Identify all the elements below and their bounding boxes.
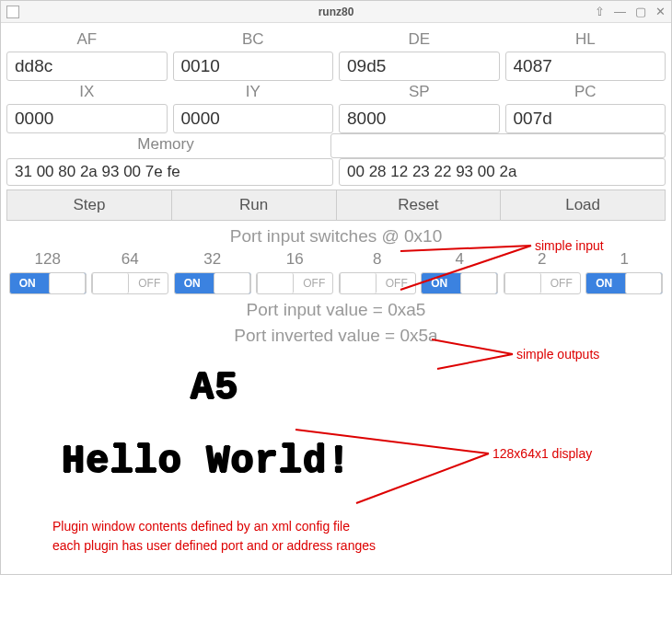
reg-label-de: DE bbox=[339, 29, 500, 52]
minimize-icon[interactable]: — bbox=[614, 5, 626, 18]
reg-input-de[interactable] bbox=[339, 52, 500, 81]
register-row-2: IX IY SP PC bbox=[6, 81, 666, 133]
bit-toggle-2[interactable] bbox=[504, 272, 581, 294]
bit-label-16: 16 bbox=[286, 248, 304, 272]
bit-col-4: 4 bbox=[419, 248, 502, 294]
reg-input-sp[interactable] bbox=[339, 104, 500, 133]
reg-input-pc[interactable] bbox=[505, 104, 666, 133]
pin-icon[interactable]: ⇧ bbox=[595, 5, 605, 18]
bit-toggle-32[interactable] bbox=[174, 272, 251, 294]
window-title: runz80 bbox=[319, 6, 354, 18]
memory-left-input[interactable] bbox=[6, 158, 333, 186]
reg-input-ix[interactable] bbox=[6, 104, 168, 133]
action-buttons: Step Run Reset Load bbox=[6, 189, 666, 221]
display-line1: A5 bbox=[191, 366, 238, 410]
bit-label-32: 32 bbox=[203, 248, 221, 272]
memory-label: Memory bbox=[6, 133, 325, 158]
bit-label-4: 4 bbox=[456, 248, 464, 272]
reg-label-sp: SP bbox=[339, 81, 500, 104]
close-icon[interactable]: ✕ bbox=[655, 5, 666, 18]
step-button[interactable]: Step bbox=[6, 189, 172, 221]
reg-label-hl: HL bbox=[505, 29, 666, 52]
memory-addr-input[interactable] bbox=[330, 133, 666, 158]
reg-input-bc[interactable] bbox=[173, 52, 334, 81]
footnote: Plugin window contents defined by an xml… bbox=[6, 504, 666, 568]
bit-toggle-64[interactable] bbox=[91, 272, 168, 294]
reg-label-iy: IY bbox=[173, 81, 334, 104]
memory-value-row bbox=[6, 158, 666, 186]
run-button[interactable]: Run bbox=[172, 189, 337, 221]
display-line2: Hello World! bbox=[62, 440, 351, 484]
bit-label-1: 1 bbox=[620, 248, 629, 272]
reg-input-hl[interactable] bbox=[505, 52, 666, 81]
maximize-icon[interactable]: ▢ bbox=[635, 5, 646, 18]
annot-display-desc: 128x64x1 display bbox=[492, 446, 592, 461]
reg-label-ix: IX bbox=[6, 81, 168, 104]
bit-label-8: 8 bbox=[373, 248, 381, 272]
bit-toggle-1[interactable] bbox=[585, 272, 663, 294]
reg-input-af[interactable] bbox=[6, 52, 168, 81]
bit-label-128: 128 bbox=[35, 248, 61, 272]
app-icon bbox=[6, 6, 19, 18]
footnote-line1: Plugin window contents defined by an xml… bbox=[52, 517, 666, 536]
bit-toggle-8[interactable] bbox=[339, 272, 416, 294]
memory-right-input[interactable] bbox=[339, 158, 666, 186]
port-inverted-value: Port inverted value = 0x5a bbox=[6, 326, 666, 346]
lcd-display: A5 Hello World! bbox=[6, 357, 666, 504]
bit-col-64: 64 bbox=[89, 248, 172, 294]
port-input-value: Port input value = 0xa5 bbox=[6, 300, 666, 320]
bit-col-1: 1 bbox=[584, 248, 666, 294]
content-area: AF BC DE HL IX IY bbox=[1, 23, 671, 574]
annot-simple-outputs: simple outputs bbox=[516, 347, 599, 362]
bit-col-32: 32 bbox=[171, 248, 254, 294]
reg-label-af: AF bbox=[6, 29, 168, 52]
bit-toggle-16[interactable] bbox=[256, 272, 333, 294]
bit-toggle-128[interactable] bbox=[9, 272, 87, 294]
app-window: runz80 ⇧ — ▢ ✕ AF BC DE HL bbox=[0, 0, 672, 575]
bit-toggle-row: 1286432168421 bbox=[6, 248, 666, 294]
bit-col-2: 2 bbox=[501, 248, 584, 294]
register-row-1: AF BC DE HL bbox=[6, 29, 666, 81]
reg-label-pc: PC bbox=[505, 81, 666, 104]
footnote-line2: each plugin has user defined port and or… bbox=[52, 536, 666, 556]
memory-label-row: Memory bbox=[6, 133, 666, 158]
bit-col-128: 128 bbox=[6, 248, 89, 294]
titlebar: runz80 ⇧ — ▢ ✕ bbox=[1, 1, 671, 23]
bit-toggle-4[interactable] bbox=[421, 272, 498, 294]
load-button[interactable]: Load bbox=[501, 189, 666, 221]
reg-input-iy[interactable] bbox=[173, 104, 334, 133]
bit-col-8: 8 bbox=[336, 248, 419, 294]
reg-label-bc: BC bbox=[173, 29, 334, 52]
bit-label-64: 64 bbox=[122, 248, 139, 272]
bit-col-16: 16 bbox=[254, 248, 337, 294]
reset-button[interactable]: Reset bbox=[337, 189, 502, 221]
annot-simple-input: simple input bbox=[535, 238, 604, 253]
